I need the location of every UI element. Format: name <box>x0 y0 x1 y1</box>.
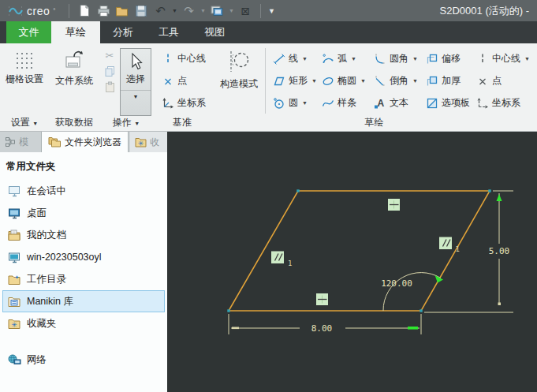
model-tree-icon <box>5 136 16 147</box>
tab-model-tree[interactable]: 模 <box>0 132 41 152</box>
svg-text:✳: ✳ <box>11 320 17 328</box>
coordinate-system-icon <box>162 97 174 110</box>
select-dropdown[interactable]: ▼ <box>121 90 151 99</box>
datum-point-button[interactable]: 点 <box>159 70 208 91</box>
construction-mode-button[interactable]: 构造模式 <box>213 45 265 117</box>
redo-button[interactable]: ↷ <box>180 2 197 20</box>
undo-button[interactable]: ↶ <box>151 2 169 20</box>
tab-view[interactable]: 视图 <box>192 21 237 43</box>
height-dim-value[interactable]: 5.00 <box>489 246 510 256</box>
print-button[interactable] <box>95 2 112 20</box>
navigator-panel: 模 文件夹浏览器 ✳ 收 常用文件夹 <box>0 132 167 392</box>
sketch-canvas[interactable]: 5.00 8.00 120.00 <box>167 132 537 392</box>
in-session-icon <box>8 185 21 197</box>
tab-file[interactable]: 文件 <box>6 21 51 43</box>
creo-logo: creo° <box>8 5 55 17</box>
tab-sketch[interactable]: 草绘 <box>51 21 100 43</box>
folder-item-favorites[interactable]: ✳ 收藏夹 <box>2 312 165 334</box>
ribbon-tab-bar: 文件 草绘 分析 工具 视图 <box>0 21 537 43</box>
folder-item-computer[interactable]: win-20230503oyl <box>2 246 165 268</box>
copy-button[interactable] <box>104 65 116 77</box>
construction-mode-label: 构造模式 <box>220 77 258 91</box>
tool-csys-button[interactable]: 坐标系 <box>474 92 535 114</box>
new-file-button[interactable] <box>76 2 93 20</box>
centerline-dropdown[interactable]: ▼ <box>524 56 530 62</box>
tool-line-button[interactable]: 线▼ <box>270 48 319 69</box>
redo-dropdown[interactable]: ▼ <box>198 8 207 13</box>
horizontal-constraint-bottom[interactable] <box>316 293 328 305</box>
group-sketch: 构造模式 线▼ 矩形▼ 圆▼ 弧▼ 椭圆▼ <box>211 43 537 131</box>
open-button[interactable] <box>114 2 131 20</box>
datum-centerline-button[interactable]: 中心线 <box>159 48 208 69</box>
parallel-constraint-right[interactable] <box>439 237 452 250</box>
tool-centerline-button[interactable]: 中心线▼ <box>474 48 535 69</box>
svg-text:A: A <box>378 98 385 109</box>
coordinate-system-icon <box>476 97 489 110</box>
line-icon <box>273 53 285 65</box>
tool-text-button[interactable]: A 文本 <box>371 92 423 114</box>
fillet-dropdown[interactable]: ▼ <box>412 56 418 62</box>
ellipse-dropdown[interactable]: ▼ <box>360 78 366 84</box>
file-system-button[interactable]: 文件系统 <box>50 45 98 117</box>
circle-dropdown[interactable]: ▼ <box>302 100 308 106</box>
angle-dim-value[interactable]: 120.00 <box>381 278 412 289</box>
tool-circle-button[interactable]: 圆▼ <box>270 92 319 114</box>
group-footer-operations[interactable]: 操作 ▼ <box>99 116 153 129</box>
folder-item-manikin-library[interactable]: Manikin 库 <box>2 290 165 312</box>
group-footer-settings[interactable]: 设置 ▼ <box>0 116 49 129</box>
line-dropdown[interactable]: ▼ <box>302 56 308 62</box>
switch-windows-icon <box>210 5 224 17</box>
tool-offset-button[interactable]: 偏移 <box>423 48 474 69</box>
network-icon <box>8 354 21 366</box>
folder-item-working-directory[interactable]: ✦ 工作目录 <box>2 268 165 290</box>
tab-favorites[interactable]: ✳ 收 <box>130 132 167 152</box>
switch-windows-button[interactable] <box>208 2 226 20</box>
print-icon <box>97 5 110 17</box>
tab-analysis[interactable]: 分析 <box>100 21 146 43</box>
select-button[interactable]: 选择 ▼ <box>120 48 151 116</box>
tool-arc-button[interactable]: 弧▼ <box>319 48 371 69</box>
folder-item-my-documents[interactable]: 我的文档 <box>2 224 165 246</box>
tool-chamfer-button[interactable]: 倒角▼ <box>371 70 423 91</box>
folder-item-network[interactable]: 网络 <box>2 349 165 371</box>
undo-dropdown[interactable]: ▼ <box>170 8 179 13</box>
title-bar: creo° ↶ ▼ ↷ ▼ <box>0 0 537 21</box>
close-window-button[interactable]: ⊠ <box>237 2 254 20</box>
parallel-constraint-left[interactable] <box>271 252 284 264</box>
save-button[interactable] <box>132 2 150 20</box>
tool-spline-button[interactable]: 样条 <box>319 92 371 114</box>
tool-ellipse-button[interactable]: 椭圆▼ <box>319 70 371 91</box>
datum-csys-button[interactable]: 坐标系 <box>159 92 208 114</box>
file-system-label: 文件系统 <box>55 74 93 88</box>
desktop-icon <box>8 207 21 219</box>
customize-toolbar-chevron[interactable]: ▼ <box>267 7 276 15</box>
tool-palette-button[interactable]: 选项板 <box>423 92 474 114</box>
cut-button[interactable]: ✂ <box>106 50 114 62</box>
chamfer-dropdown[interactable]: ▼ <box>412 78 418 84</box>
tool-point-button[interactable]: 点 <box>474 70 535 91</box>
paste-button[interactable] <box>104 81 116 93</box>
sketch-vertices[interactable] <box>227 189 490 312</box>
horizontal-constraint-top[interactable] <box>388 199 400 211</box>
fillet-icon <box>374 53 386 65</box>
chamfer-icon <box>374 75 386 88</box>
favorites-folder-icon: ✳ <box>135 137 147 147</box>
switch-windows-dropdown[interactable]: ▼ <box>226 8 236 13</box>
grid-settings-button[interactable]: 栅格设置 <box>2 45 47 117</box>
tool-fillet-button[interactable]: 圆角▼ <box>371 48 423 69</box>
tool-rectangle-button[interactable]: 矩形▼ <box>270 70 319 91</box>
tab-folder-browser[interactable]: 文件夹浏览器 <box>41 132 129 152</box>
centerline-icon <box>162 53 174 65</box>
folder-browser-icon <box>48 136 62 147</box>
folder-item-desktop[interactable]: 桌面 <box>2 202 165 224</box>
arc-dropdown[interactable]: ▼ <box>351 56 356 62</box>
tab-tools[interactable]: 工具 <box>146 21 192 43</box>
parallelogram-geometry[interactable] <box>229 191 490 311</box>
folder-item-in-session[interactable]: 在会话中 <box>2 180 165 202</box>
rectangle-dropdown[interactable]: ▼ <box>311 78 317 84</box>
new-file-icon <box>78 4 91 17</box>
width-dim-value[interactable]: 8.00 <box>311 323 333 334</box>
toolbar-separator <box>69 4 69 18</box>
tool-thicken-button[interactable]: 加厚 <box>423 70 474 91</box>
construction-mode-icon <box>226 50 252 73</box>
